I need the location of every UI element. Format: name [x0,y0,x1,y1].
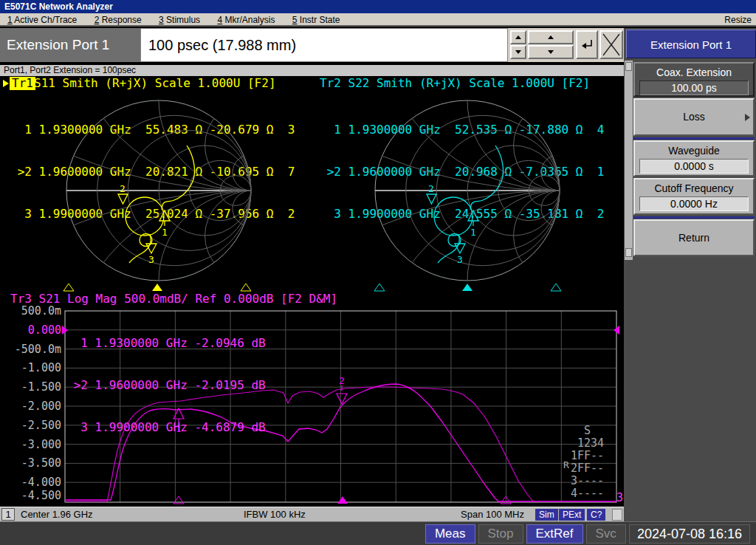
up-arrow-icon [548,35,554,39]
softkey-return[interactable]: Return [633,219,755,256]
lcd-display: Port1, Port2 Extension = 100psec Tr1 S11… [0,65,624,507]
spin-up-large-button[interactable] [528,30,574,44]
pext-badge: PExt [559,509,585,521]
menu-response[interactable]: 2 Response [87,13,149,27]
span-value: Span 100 MHz [461,509,524,520]
down-arrow-icon [515,50,521,54]
softkey-sidebar: Extension Port 1 Coax. Extension 100.00 … [624,28,756,521]
softkey-label: Loss [635,111,753,123]
close-icon [602,32,621,57]
trace2-smith-curve [427,145,504,263]
y-axis-label: -500.0m [4,343,61,355]
status-empty-box [612,509,622,521]
spin-down-large-button[interactable] [528,45,574,59]
softkey-separator [633,137,755,140]
svc-status: Svc [586,524,626,544]
softkey-value: 0.0000 s [639,159,749,174]
softkey-label: Waveguide [635,145,753,157]
softkey-label: Cutoff Frequency [635,182,753,194]
softkey-cutoff-frequency[interactable]: Cutoff Frequency 0.0000 Hz [633,178,755,215]
y-axis-label: -2.000 [4,400,61,412]
spin-down-small-button[interactable] [510,45,526,59]
y-axis-label: -2.500 [4,419,61,431]
marker2-label: 2 [339,375,345,386]
up-arrow-icon [515,35,521,39]
cal-status-r-label: R [563,459,569,470]
y-axis-label: -1.500 [4,381,61,393]
extension-value-input[interactable]: 100 psec (17.988 mm) [140,28,508,62]
enter-icon [579,37,595,53]
trace1-stimulus-markers [63,284,251,291]
down-arrow-icon [548,50,554,54]
menu-bar: 1 Active Ch/Trace 2 Response 3 Stimulus … [0,13,756,27]
channel-number: 1 [1,508,15,521]
marker2-label: 2 [428,183,434,194]
instrument-status-bar: Meas Stop ExtRef Svc 2024-07-08 16:16 [0,521,756,545]
cal-status-legend: S 1234 1FF-- 2FF-- 3---- 4---- [571,425,604,500]
entry-bar: Extension Port 1 100 psec (17.988 mm) [0,28,624,62]
meas-status: Meas [425,524,475,544]
softkey-menu-title: Extension Port 1 [626,30,756,58]
trace3-marker-table: 1 1.9300000 GHz -2.0946 dB >2 1.9600000 … [66,308,266,462]
channel-status-bar: 1 Center 1.96 GHz IFBW 100 kHz Span 100 … [0,507,624,521]
menu-active-ch-trace[interactable]: 1 Active Ch/Trace [0,13,84,27]
sim-badge: Sim [535,509,558,521]
y-axis-label: 500.0m [4,305,61,317]
softkey-value: 0.0000 Hz [639,196,749,211]
menu-resize[interactable]: Resize [724,15,752,25]
scroll-up-handle[interactable] [625,62,632,71]
softkey-label: Coax. Extension [635,66,753,78]
scroll-down-handle[interactable] [625,248,632,257]
softkey-loss[interactable]: Loss [633,98,755,136]
marker-row: 3 1.9900000 GHz -4.6879 dB [66,420,266,434]
y-axis-ref-label: 0.000 [4,324,61,336]
softkey-separator [633,216,755,219]
marker2-label: 2 [120,183,126,194]
entry-close-button[interactable] [599,30,623,59]
softkey-label: Return [635,232,753,244]
submenu-arrow-icon [745,114,750,121]
marker3-label: 3 [148,254,154,265]
marker-row: 1 1.9300000 GHz -2.0946 dB [66,336,266,350]
spin-up-small-button[interactable] [510,30,526,44]
y-axis-label: -4.500 [4,490,61,501]
y-axis-label: -1.000 [4,362,61,374]
menu-stimulus[interactable]: 3 Stimulus [151,13,207,27]
entry-enter-button[interactable] [576,30,598,59]
stop-status: Stop [478,524,523,544]
marker1-label: 1 [470,227,476,238]
correction-badge: C? [587,509,605,521]
softkey-value: 100.00 ps [639,80,749,95]
trace1-smith-curve [118,145,195,263]
menu-instr-state[interactable]: 5 Instr State [285,13,348,27]
datetime-display: 2024-07-08 16:16 [629,524,750,544]
softkey-coax-extension[interactable]: Coax. Extension 100.00 ps [633,62,755,97]
softkey-scrollbar[interactable] [625,61,633,260]
center-frequency: Center 1.96 GHz [21,509,93,520]
entry-field-label: Extension Port 1 [0,28,140,62]
marker1-label: 1 [162,227,168,238]
marker3-label: 3 [457,254,463,265]
extref-status: ExtRef [526,524,583,544]
y-axis-label: -3.500 [4,457,61,469]
softkey-waveguide[interactable]: Waveguide 0.0000 s [633,140,755,176]
trace2-stimulus-markers [374,284,561,291]
ifbw-value: IFBW 100 kHz [244,509,306,520]
marker-row: >2 1.9600000 GHz -2.0195 dB [66,378,266,392]
menu-mkr-analysis[interactable]: 4 Mkr/Analysis [210,13,282,27]
window-title: E5071C Network Analyzer [0,0,756,13]
y-axis-label: -3.000 [4,439,61,450]
y-axis-label: -4.000 [4,476,61,488]
trace3-number: 3 [616,491,623,504]
